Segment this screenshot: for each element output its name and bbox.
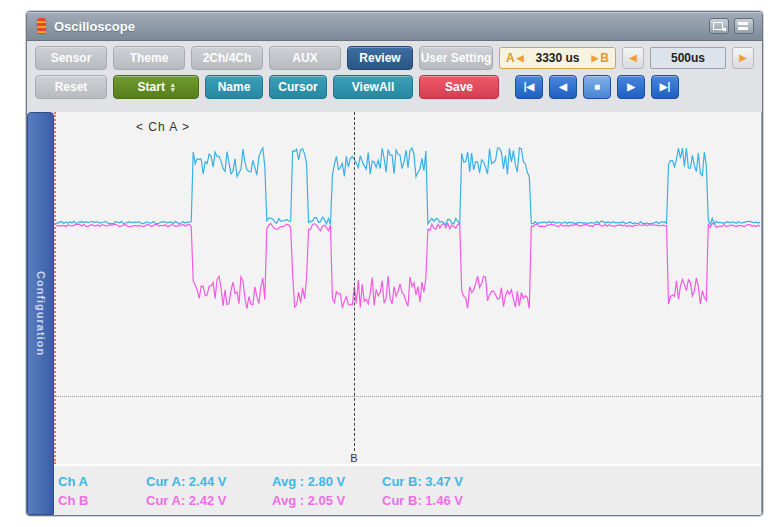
play-button[interactable]: ▶ xyxy=(617,75,645,99)
channel-b-avg-value: Avg : 2.05 V xyxy=(272,491,382,510)
aux-button[interactable]: AUX xyxy=(269,46,341,70)
content-area: Configuration < Ch A > B Ch A Cur xyxy=(27,112,762,515)
cursor-button[interactable]: Cursor xyxy=(269,75,327,99)
skip-to-start-button[interactable]: |◀ xyxy=(515,75,543,99)
horizontal-gridline xyxy=(56,396,761,397)
channel-a-measurements: Ch A Cur A: 2.44 V Avg : 2.80 V Cur B: 3… xyxy=(56,472,761,491)
skip-to-end-button[interactable]: ▶| xyxy=(651,75,679,99)
range-a-label: A xyxy=(506,51,515,65)
channel-a-cursor-a-value: Cur A: 2.44 V xyxy=(146,472,272,491)
app-flame-icon xyxy=(37,18,46,34)
cursor-b-line[interactable] xyxy=(354,112,355,451)
main-panel: < Ch A > B Ch A Cur A: 2.44 V Avg : 2.80… xyxy=(54,112,761,515)
toolbar-row-2: Reset Start ▴▾ Name Cursor ViewAll Save … xyxy=(35,75,754,99)
range-value: 3330 us xyxy=(526,51,590,65)
toolbar-row-1: Sensor Theme 2Ch/4Ch AUX Review User Set… xyxy=(35,46,754,70)
stop-button[interactable]: ■ xyxy=(583,75,611,99)
restore-icon xyxy=(713,22,723,30)
user-setting-button[interactable]: User Setting xyxy=(419,46,493,70)
restore-window-button[interactable] xyxy=(709,18,729,34)
channel-b-trace xyxy=(56,223,760,308)
configuration-sidebar-tab[interactable]: Configuration xyxy=(27,112,54,515)
sensor-button[interactable]: Sensor xyxy=(35,46,107,70)
channel-b-cursor-b-value: Cur B: 1.46 V xyxy=(382,491,512,510)
start-button[interactable]: Start ▴▾ xyxy=(113,75,199,99)
save-button[interactable]: Save xyxy=(419,75,499,99)
timebase-increase-button[interactable]: ▶ xyxy=(732,47,754,69)
start-label: Start xyxy=(138,76,165,98)
channel-b-label: Ch B xyxy=(56,491,146,510)
range-a-arrow-icon: ◀ xyxy=(517,53,524,63)
channel-b-cursor-a-value: Cur A: 2.42 V xyxy=(146,491,272,510)
window-title: Oscilloscope xyxy=(54,19,704,34)
theme-button[interactable]: Theme xyxy=(113,46,185,70)
channel-a-avg-value: Avg : 2.80 V xyxy=(272,472,382,491)
range-b-arrow-icon: ▶ xyxy=(591,53,598,63)
channel-b-measurements: Ch B Cur A: 2.42 V Avg : 2.05 V Cur B: 1… xyxy=(56,491,761,510)
split-view-button[interactable] xyxy=(734,18,754,34)
split-view-icon xyxy=(738,22,748,25)
timebase-value: 500us xyxy=(650,47,726,69)
waveform-traces xyxy=(56,112,761,464)
channel-a-cursor-b-value: Cur B: 3.47 V xyxy=(382,472,512,491)
oscilloscope-window: Oscilloscope Sensor Theme 2Ch/4Ch AUX Re… xyxy=(26,11,763,516)
title-bar: Oscilloscope xyxy=(27,12,762,41)
start-spinner-icon: ▴▾ xyxy=(171,82,175,92)
measurement-status-bar: Ch A Cur A: 2.44 V Avg : 2.80 V Cur B: 3… xyxy=(54,464,761,515)
timebase-decrease-button[interactable]: ◀ xyxy=(622,47,644,69)
step-back-button[interactable]: ◀ xyxy=(549,75,577,99)
name-button[interactable]: Name xyxy=(205,75,263,99)
viewall-button[interactable]: ViewAll xyxy=(333,75,413,99)
toolbar: Sensor Theme 2Ch/4Ch AUX Review User Set… xyxy=(27,41,762,112)
channel-a-label: Ch A xyxy=(56,472,146,491)
channel-mode-button[interactable]: 2Ch/4Ch xyxy=(191,46,263,70)
review-button[interactable]: Review xyxy=(347,46,413,70)
configuration-label: Configuration xyxy=(35,271,47,356)
cursor-b-label: B xyxy=(350,452,357,464)
screenshot-root: Oscilloscope Sensor Theme 2Ch/4Ch AUX Re… xyxy=(0,0,778,527)
ab-range-box[interactable]: A ◀ 3330 us ▶ B xyxy=(499,47,616,69)
channel-a-plot-label: < Ch A > xyxy=(136,120,190,134)
range-b-label: B xyxy=(600,51,609,65)
reset-button[interactable]: Reset xyxy=(35,75,107,99)
channel-a-trace xyxy=(56,148,760,225)
waveform-plot[interactable]: < Ch A > B xyxy=(54,112,761,464)
